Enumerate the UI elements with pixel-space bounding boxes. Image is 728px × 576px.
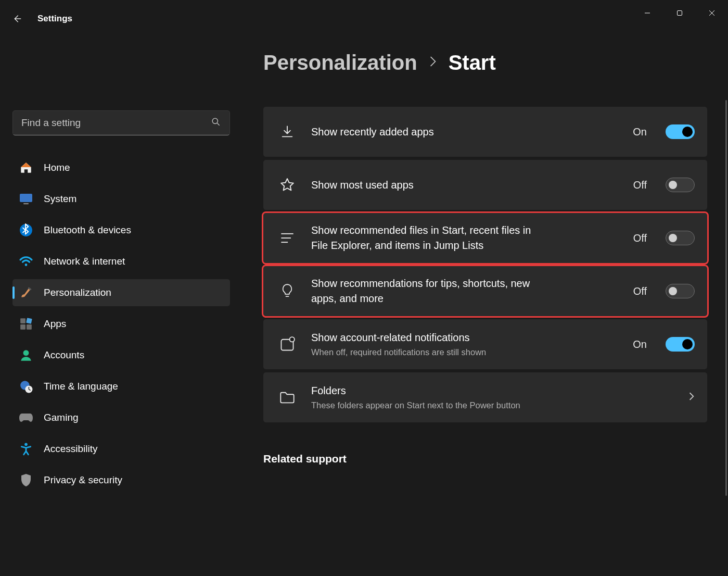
setting-title: Show recently added apps xyxy=(311,124,618,140)
app-title: Settings xyxy=(37,14,72,24)
minimize-button[interactable] xyxy=(631,2,663,24)
toggle-switch[interactable] xyxy=(666,124,695,139)
chevron-right-icon xyxy=(688,392,695,404)
setting-title: Show recommendations for tips, shortcuts… xyxy=(311,276,540,306)
toggle-switch[interactable] xyxy=(666,231,695,245)
svg-rect-8 xyxy=(23,203,29,204)
star-icon xyxy=(278,177,297,193)
sidebar-item-accounts[interactable]: Accounts xyxy=(12,342,230,369)
svg-rect-14 xyxy=(27,324,32,330)
titlebar-left: Settings xyxy=(10,12,72,25)
folder-icon xyxy=(278,391,297,404)
search-input[interactable] xyxy=(21,117,211,129)
svg-point-18 xyxy=(24,443,28,446)
toggle-state-label: Off xyxy=(633,179,647,191)
setting-account-notifications[interactable]: Show account-related notifications When … xyxy=(263,319,707,369)
sidebar-item-label: Accessibility xyxy=(44,443,97,455)
sidebar-item-time-language[interactable]: Time & language xyxy=(12,373,230,400)
sidebar-item-bluetooth[interactable]: Bluetooth & devices xyxy=(12,217,230,244)
paintbrush-icon xyxy=(19,285,33,300)
titlebar xyxy=(0,0,728,26)
apps-icon xyxy=(19,317,33,331)
main-content: Personalization Start Show recently adde… xyxy=(240,26,728,576)
toggle-switch[interactable] xyxy=(666,337,695,352)
sidebar-item-label: Apps xyxy=(44,318,66,330)
toggle-switch[interactable] xyxy=(666,284,695,298)
search-icon xyxy=(211,117,221,129)
sidebar-item-label: System xyxy=(44,193,76,205)
svg-point-24 xyxy=(290,337,295,342)
lightbulb-icon xyxy=(278,283,297,299)
toggle-switch[interactable] xyxy=(666,178,695,192)
maximize-button[interactable] xyxy=(663,2,696,24)
section-related-support: Related support xyxy=(263,453,707,465)
sidebar-item-label: Personalization xyxy=(44,287,111,298)
sidebar-item-network[interactable]: Network & internet xyxy=(12,248,230,275)
sidebar: Home System Bluetooth & devices Network … xyxy=(0,26,240,576)
svg-point-5 xyxy=(212,118,218,123)
setting-recommendations-tips[interactable]: Show recommendations for tips, shortcuts… xyxy=(263,266,707,316)
chevron-right-icon xyxy=(429,55,437,71)
scrollbar[interactable] xyxy=(725,100,727,496)
sidebar-item-label: Privacy & security xyxy=(44,474,122,486)
home-icon xyxy=(19,160,33,175)
breadcrumb-current: Start xyxy=(449,51,496,74)
svg-point-15 xyxy=(23,350,29,356)
notification-badge-icon xyxy=(278,336,297,352)
list-icon xyxy=(278,232,297,244)
toggle-state-label: Off xyxy=(633,285,647,297)
toggle-state-label: Off xyxy=(633,232,647,244)
sidebar-item-accessibility[interactable]: Accessibility xyxy=(12,435,230,462)
setting-title: Show recommended files in Start, recent … xyxy=(311,223,540,253)
svg-line-6 xyxy=(218,123,220,126)
shield-icon xyxy=(19,473,33,487)
settings-list: Show recently added apps On Show most us… xyxy=(263,107,707,422)
setting-most-used[interactable]: Show most used apps Off xyxy=(263,160,707,210)
svg-rect-13 xyxy=(20,324,25,330)
back-button[interactable] xyxy=(10,12,23,25)
sidebar-item-gaming[interactable]: Gaming xyxy=(12,404,230,431)
setting-subtitle: These folders appear on Start next to th… xyxy=(311,399,674,411)
svg-point-10 xyxy=(25,264,28,266)
breadcrumb-parent[interactable]: Personalization xyxy=(263,51,417,74)
sidebar-item-home[interactable]: Home xyxy=(12,154,230,181)
sidebar-item-label: Bluetooth & devices xyxy=(44,224,131,236)
accessibility-icon xyxy=(19,442,33,456)
setting-title: Show account-related notifications xyxy=(311,330,618,345)
svg-rect-12 xyxy=(26,318,32,324)
gaming-icon xyxy=(19,410,33,425)
toggle-state-label: On xyxy=(633,126,647,138)
sidebar-item-label: Gaming xyxy=(44,412,79,423)
wifi-icon xyxy=(19,254,33,269)
setting-title: Show most used apps xyxy=(311,178,619,193)
download-icon xyxy=(278,124,297,139)
bluetooth-icon xyxy=(19,223,33,237)
clock-globe-icon xyxy=(19,379,33,394)
setting-recommended-files[interactable]: Show recommended files in Start, recent … xyxy=(263,213,707,263)
accounts-icon xyxy=(19,348,33,362)
svg-rect-11 xyxy=(20,318,25,323)
sidebar-item-label: Time & language xyxy=(44,381,118,392)
sidebar-item-label: Network & internet xyxy=(44,256,125,267)
sidebar-item-label: Accounts xyxy=(44,349,84,361)
svg-rect-7 xyxy=(20,194,32,202)
breadcrumb: Personalization Start xyxy=(263,51,707,74)
sidebar-item-personalization[interactable]: Personalization xyxy=(12,279,230,306)
sidebar-item-system[interactable]: System xyxy=(12,185,230,212)
nav-list: Home System Bluetooth & devices Network … xyxy=(12,154,230,494)
window-controls xyxy=(631,2,728,24)
setting-folders[interactable]: Folders These folders appear on Start ne… xyxy=(263,372,707,422)
search-box[interactable] xyxy=(12,110,230,135)
svg-rect-1 xyxy=(678,11,682,16)
close-button[interactable] xyxy=(696,2,728,24)
sidebar-item-privacy[interactable]: Privacy & security xyxy=(12,467,230,494)
setting-recently-added[interactable]: Show recently added apps On xyxy=(263,107,707,157)
setting-title: Folders xyxy=(311,383,674,398)
toggle-state-label: On xyxy=(633,339,647,350)
sidebar-item-label: Home xyxy=(44,162,70,173)
system-icon xyxy=(19,192,33,206)
setting-subtitle: When off, required notifications are sti… xyxy=(311,346,618,358)
sidebar-item-apps[interactable]: Apps xyxy=(12,310,230,337)
